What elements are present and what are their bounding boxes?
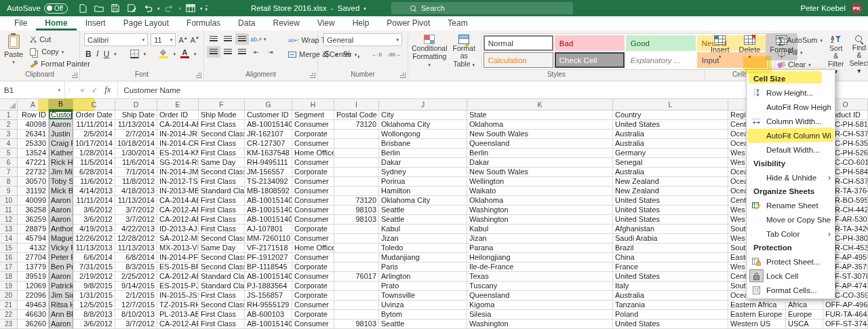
cell-E14[interactable]: SA-2012-MM [157,234,199,244]
tab-formulas[interactable]: Formulas [178,16,229,31]
open-button[interactable] [92,2,106,14]
cell-I14[interactable] [334,234,379,244]
cell-G15[interactable]: VF-2171518 [245,244,292,253]
cell-L13[interactable]: Afghanistan [613,225,728,234]
cell-B1[interactable]: Customer Name [49,111,73,120]
cell-B6[interactable]: Rick Hans [49,158,73,168]
decrease-font-button[interactable]: A▼ [191,36,199,44]
bold-button[interactable]: B [85,50,92,59]
select-all-corner[interactable] [0,99,18,111]
cell-C16[interactable]: 6/6/2014 [73,253,115,263]
cell-O22[interactable]: FUR-TA-4644 [823,310,868,320]
col-header-C[interactable]: C [73,99,115,111]
cell-F9[interactable]: Standard Class [199,187,245,196]
cell-B9[interactable]: Mick Bro [49,187,73,196]
autosave-toggle[interactable]: AutoSave Off [7,3,68,14]
cell-D6[interactable]: 11/6/2014 [115,158,157,168]
cell-E21[interactable]: TZ-2015-RH [157,301,199,310]
number-format-combo[interactable]: General▾ [323,33,402,46]
cell-B20[interactable]: Jim Sink [49,291,73,301]
cell-A5[interactable]: 13524 [18,149,49,158]
cell-H22[interactable]: Corporate [292,310,334,320]
name-box-arrow[interactable]: ▾ [58,88,60,93]
cell-L18[interactable]: United States [613,272,728,282]
row-header-16[interactable]: 16 [0,253,18,263]
cell-F14[interactable]: Second Class [199,234,245,244]
save-button[interactable] [108,2,122,14]
conditional-formatting-button[interactable]: Conditional Formatting ▾ [410,33,450,69]
cell-F3[interactable]: Second Class [199,130,245,139]
cell-A11[interactable]: 36258 [18,206,49,215]
cell-D4[interactable]: 10/18/2014 [115,139,157,149]
cell-I2[interactable]: 73120 [334,120,379,130]
cell-G6[interactable]: RH-9495111 [245,158,292,168]
cell-H17[interactable]: Corporate [292,263,334,272]
formula-bar-grip[interactable]: ⋮ [65,81,73,98]
tab-page-layout[interactable]: Page Layout [115,16,178,31]
cell-J11[interactable]: Seattle [379,206,467,215]
table-style-arrow[interactable]: ▾ [200,6,203,11]
cell-C17[interactable]: 7/31/2015 [73,263,115,272]
cell-K20[interactable]: Queensland [467,291,613,301]
tab-home[interactable]: Home [36,16,76,31]
cell-J14[interactable]: Jizan [379,234,467,244]
menu-item-format-cells[interactable]: Format Cells... [747,283,835,297]
format-as-table-button[interactable]: Format as Table ▾ [451,33,477,69]
cell-D22[interactable]: 8/10/2013 [115,310,157,320]
cell-H18[interactable]: Consumer [292,272,334,282]
decrease-indent-button[interactable]: ⇤ [250,46,263,58]
align-right-button[interactable] [235,46,249,58]
row-header-1[interactable]: 1 [0,111,18,120]
fill-color-button[interactable] [159,50,168,58]
col-header-B[interactable]: B [49,99,73,111]
cell-H8[interactable]: Consumer [292,177,334,187]
cell-E17[interactable]: ES-2015-BP1 [157,263,199,272]
cell-L10[interactable]: United States [613,196,728,206]
cell-B7[interactable]: Jim Mitch [49,168,73,177]
menu-item-column-width[interactable]: Column Width... [747,114,835,128]
cell-E15[interactable]: MX-2013-VF [157,244,199,253]
cell-K15[interactable]: Parana [467,244,613,253]
cell-K1[interactable]: State [467,111,613,120]
undo-button[interactable] [141,2,155,14]
percent-button[interactable]: % [344,50,351,59]
cell-C18[interactable]: 2/19/2012 [73,272,115,282]
autosum-button[interactable]: ∑ AutoSum ▾ [778,35,823,45]
align-middle-button[interactable] [221,33,235,45]
cell-H16[interactable]: Consumer [292,253,334,263]
cell-L17[interactable]: France [613,263,728,272]
cell-D17[interactable]: 8/3/2015 [115,263,157,272]
cancel-entry-icon[interactable]: × [80,86,85,94]
cell-I10[interactable]: 73120 [334,196,379,206]
cell-D11[interactable]: 3/7/2012 [115,206,157,215]
cell-N23[interactable]: USCA [786,320,823,329]
cell-E16[interactable]: IN-2014-PF1 [157,253,199,263]
menu-item-hide-unhide[interactable]: Hide & Unhide› [747,170,835,185]
cell-B10[interactable]: Aaron Be [49,196,73,206]
cell-F19[interactable]: Standard Class [199,282,245,291]
cell-G11[interactable]: AB-100151404 [245,206,292,215]
customize-qat-icon[interactable]: ▾ [205,5,208,12]
cell-D12[interactable]: 3/7/2012 [115,215,157,225]
cell-A12[interactable]: 36259 [18,215,49,225]
cell-A15[interactable]: 4132 [18,244,49,253]
cell-J9[interactable]: Hamilton [379,187,467,196]
cell-A23[interactable]: 36260 [18,320,49,329]
cell-F12[interactable]: First Class [199,215,245,225]
cell-A2[interactable]: 40098 [18,120,49,130]
cell-H10[interactable]: Consumer [292,196,334,206]
cell-K5[interactable]: Berlin [467,149,613,158]
cell-B3[interactable]: Justin Rit [49,130,73,139]
delete-cells-button[interactable]: Delete ▾ [735,33,765,60]
cell-G8[interactable]: TS-2134092 [245,177,292,187]
cell-O23[interactable]: OFF-ST-3744 [823,320,868,329]
cell-I17[interactable] [334,263,379,272]
align-left-button[interactable] [207,46,220,58]
cell-G9[interactable]: MB-1808592 [245,187,292,196]
cell-L1[interactable]: Country [613,111,728,120]
cell-J1[interactable]: City [379,111,467,120]
borders-button[interactable] [130,50,139,58]
cell-G19[interactable]: PJ-1883564 [245,282,292,291]
increase-font-button[interactable]: A▲ [178,36,187,44]
cell-B14[interactable]: Maguele [49,234,73,244]
